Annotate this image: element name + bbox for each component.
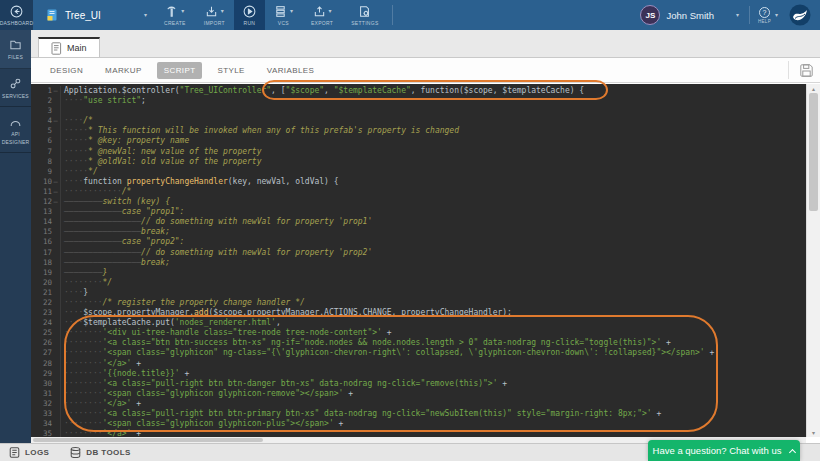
tab-main[interactable]: Main — [38, 37, 100, 57]
code-editor[interactable]: 1–Application.$controller("Tree_UIContro… — [31, 84, 806, 437]
code-line[interactable]: 18 ────────────────break; — [31, 258, 806, 268]
code-line[interactable]: 4–····/* — [31, 116, 806, 126]
code-line[interactable]: 12–────────switch (key) { — [31, 197, 806, 207]
fold-marker-icon[interactable] — [52, 248, 59, 258]
topbar-menu-create[interactable]: ▾CREATE — [155, 0, 195, 30]
code-line[interactable]: 27 ········'<span class="glyphicon" ng-c… — [31, 348, 806, 358]
code-line[interactable]: 33 ········'<a class="pull-right btn btn… — [31, 409, 806, 419]
topbar-menu-export[interactable]: ▾EXPORT — [302, 0, 342, 30]
fold-marker-icon[interactable] — [52, 419, 59, 429]
fold-marker-icon[interactable] — [52, 157, 59, 167]
code-line[interactable]: 19 ────────} — [31, 268, 806, 278]
fold-marker-icon[interactable] — [52, 409, 59, 419]
sidebar-item-services[interactable]: SERVICES — [0, 69, 31, 108]
tab-markup[interactable]: MARKUP — [98, 62, 149, 79]
fold-marker-icon[interactable] — [52, 258, 59, 268]
fold-marker-icon[interactable] — [52, 429, 59, 437]
code-line[interactable]: 3 — [31, 106, 806, 116]
code-line[interactable]: 26 ········'<a class="btn btn-success bt… — [31, 338, 806, 348]
code-line[interactable]: 11–············/* — [31, 187, 806, 197]
fold-marker-icon[interactable] — [52, 96, 59, 106]
scroll-down-icon[interactable]: ▾ — [807, 429, 820, 436]
tab-script[interactable]: SCRIPT — [157, 62, 203, 79]
code-line[interactable]: 22 ········/* register the property chan… — [31, 298, 806, 308]
topbar-menu-import[interactable]: ▾IMPORT — [195, 0, 234, 30]
code-line[interactable]: 1–Application.$controller("Tree_UIContro… — [31, 86, 806, 96]
code-line[interactable]: 25 ········'<div ui-tree-handle class="t… — [31, 328, 806, 338]
fold-marker-icon[interactable]: – — [52, 86, 59, 96]
code-line[interactable]: 17 ────────────────// do something with … — [31, 248, 806, 258]
scrollbar-thumb[interactable] — [809, 93, 818, 211]
user-menu[interactable]: JS John Smith ▾ — [630, 0, 749, 30]
code-line[interactable]: 16 ────────────case "prop2": — [31, 237, 806, 247]
fold-marker-icon[interactable] — [52, 167, 59, 177]
fold-marker-icon[interactable] — [52, 207, 59, 217]
fold-marker-icon[interactable] — [52, 338, 59, 348]
code-line[interactable]: 15 ────────────────break; — [31, 227, 806, 237]
code-line[interactable]: 23 ····$scope.propertyManager.add($scope… — [31, 308, 806, 318]
tab-style[interactable]: STYLE — [210, 62, 251, 79]
fold-marker-icon[interactable] — [52, 359, 59, 369]
tab-design[interactable]: DESIGN — [43, 62, 90, 79]
code-line[interactable]: 8 ·····* @oldVal: old value of the prope… — [31, 157, 806, 167]
help-menu[interactable]: ? HELP ▾ — [750, 0, 786, 30]
project-selector[interactable]: Tree_UI ▾ — [33, 0, 155, 30]
fold-marker-icon[interactable]: – — [52, 187, 59, 197]
code-line[interactable]: 28 ········'</a>' + — [31, 359, 806, 369]
code-line[interactable]: 10–····function propertyChangeHandler(ke… — [31, 177, 806, 187]
fold-marker-icon[interactable] — [52, 227, 59, 237]
fold-marker-icon[interactable] — [52, 389, 59, 399]
code-line[interactable]: 2 ····"use strict"; — [31, 96, 806, 106]
fold-marker-icon[interactable] — [52, 318, 59, 328]
fold-marker-icon[interactable] — [52, 328, 59, 338]
fold-marker-icon[interactable] — [52, 126, 59, 136]
fold-marker-icon[interactable] — [52, 308, 59, 318]
topbar-menu-run[interactable]: RUN — [234, 0, 265, 30]
code-line[interactable]: 30 ········'<a class="pull-right btn btn… — [31, 379, 806, 389]
fold-marker-icon[interactable] — [52, 106, 59, 116]
fold-marker-icon[interactable] — [52, 268, 59, 278]
fold-marker-icon[interactable] — [52, 288, 59, 298]
code-line[interactable]: 5 ·····* This function will be invoked w… — [31, 126, 806, 136]
statusbar-item-logs[interactable]: LOGS — [8, 446, 49, 459]
code-line[interactable]: 7 ·····* @newVal: new value of the prope… — [31, 147, 806, 157]
fold-marker-icon[interactable] — [52, 147, 59, 157]
dashboard-button[interactable]: DASHBOARD — [0, 0, 33, 30]
statusbar-item-db-tools[interactable]: DB TOOLS — [69, 446, 130, 459]
line-number: 35 — [31, 429, 61, 437]
code-line[interactable]: 21 ····} — [31, 288, 806, 298]
scroll-up-icon[interactable]: ▴ — [807, 85, 820, 92]
vertical-scrollbar[interactable]: ▴ ▾ — [806, 84, 820, 437]
chat-widget-button[interactable]: Have a question? Chat with us — [648, 440, 800, 461]
code-line[interactable]: 6 ·····* @key: property name — [31, 136, 806, 146]
fold-marker-icon[interactable] — [52, 379, 59, 389]
code-line[interactable]: 31 ········'<span class="glyphicon glyph… — [31, 389, 806, 399]
fold-marker-icon[interactable] — [52, 217, 59, 227]
fold-marker-icon[interactable]: – — [52, 116, 59, 126]
scrollbar-thumb[interactable] — [33, 438, 263, 442]
topbar-menu-settings[interactable]: SETTINGS — [342, 0, 387, 30]
code-line[interactable]: 29 ········'{{node.title}}' + — [31, 369, 806, 379]
fold-marker-icon[interactable] — [52, 399, 59, 409]
tab-variables[interactable]: VARIABLES — [260, 62, 321, 79]
fold-marker-icon[interactable]: – — [52, 197, 59, 207]
code-line[interactable]: 35 ········'</a>' + — [31, 429, 806, 437]
fold-marker-icon[interactable] — [52, 278, 59, 288]
code-line[interactable]: 20 ········*/ — [31, 278, 806, 288]
fold-marker-icon[interactable] — [52, 369, 59, 379]
save-button[interactable] — [788, 61, 814, 79]
topbar-menu-vcs[interactable]: ▾VCS — [265, 0, 302, 30]
sidebar-item-api-designer[interactable]: API DESIGNER — [0, 107, 31, 153]
sidebar-item-files[interactable]: FILES — [0, 30, 31, 69]
fold-marker-icon[interactable] — [52, 237, 59, 247]
fold-marker-icon[interactable] — [52, 298, 59, 308]
fold-marker-icon[interactable] — [52, 136, 59, 146]
code-line[interactable]: 34 ········'<span class="glyphicon glyph… — [31, 419, 806, 429]
code-line[interactable]: 9 ·····*/ — [31, 167, 806, 177]
code-line[interactable]: 32 ········'</a>' + — [31, 399, 806, 409]
code-line[interactable]: 13 ────────────case "prop1": — [31, 207, 806, 217]
code-line[interactable]: 14 ────────────────// do something with … — [31, 217, 806, 227]
code-line[interactable]: 24 ····$templateCache.put('nodes_rendere… — [31, 318, 806, 328]
fold-marker-icon[interactable]: – — [52, 177, 59, 187]
fold-marker-icon[interactable] — [52, 348, 59, 358]
